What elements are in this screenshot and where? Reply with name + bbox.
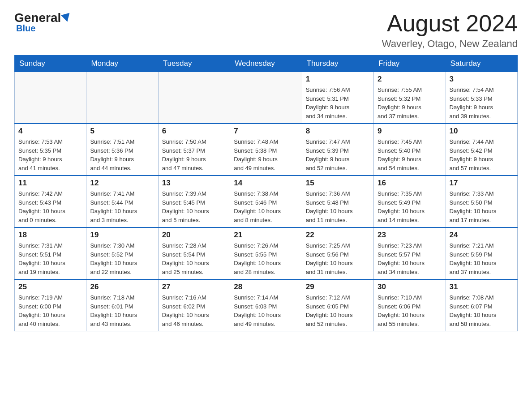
day-number: 5 bbox=[90, 127, 154, 136]
calendar-cell: 18Sunrise: 7:31 AMSunset: 5:51 PMDayligh… bbox=[15, 227, 86, 279]
day-info: Sunrise: 7:36 AMSunset: 5:48 PMDaylight:… bbox=[306, 189, 370, 224]
day-info: Sunrise: 7:45 AMSunset: 5:40 PMDaylight:… bbox=[378, 137, 442, 172]
calendar-cell bbox=[15, 72, 86, 124]
weekday-header-wednesday: Wednesday bbox=[230, 56, 302, 72]
day-info: Sunrise: 7:08 AMSunset: 6:07 PMDaylight:… bbox=[450, 293, 514, 328]
day-number: 17 bbox=[450, 179, 514, 188]
day-info: Sunrise: 7:38 AMSunset: 5:46 PMDaylight:… bbox=[234, 189, 298, 224]
calendar-cell: 27Sunrise: 7:16 AMSunset: 6:02 PMDayligh… bbox=[158, 279, 230, 331]
calendar-cell: 4Sunrise: 7:53 AMSunset: 5:35 PMDaylight… bbox=[15, 124, 86, 176]
calendar-week-3: 11Sunrise: 7:42 AMSunset: 5:43 PMDayligh… bbox=[15, 176, 518, 227]
day-number: 25 bbox=[18, 283, 82, 291]
calendar-cell bbox=[230, 72, 302, 124]
calendar-week-1: 1Sunrise: 7:56 AMSunset: 5:31 PMDaylight… bbox=[15, 72, 518, 124]
calendar-week-4: 18Sunrise: 7:31 AMSunset: 5:51 PMDayligh… bbox=[15, 227, 518, 279]
calendar-cell: 8Sunrise: 7:47 AMSunset: 5:39 PMDaylight… bbox=[302, 124, 373, 176]
day-number: 1 bbox=[306, 75, 370, 84]
calendar-week-5: 25Sunrise: 7:19 AMSunset: 6:00 PMDayligh… bbox=[15, 279, 518, 331]
calendar-cell: 21Sunrise: 7:26 AMSunset: 5:55 PMDayligh… bbox=[230, 227, 302, 279]
calendar-cell: 30Sunrise: 7:10 AMSunset: 6:06 PMDayligh… bbox=[374, 279, 446, 331]
day-number: 22 bbox=[306, 231, 370, 240]
day-info: Sunrise: 7:39 AMSunset: 5:45 PMDaylight:… bbox=[162, 189, 226, 224]
calendar-cell: 15Sunrise: 7:36 AMSunset: 5:48 PMDayligh… bbox=[302, 176, 373, 227]
calendar-cell: 23Sunrise: 7:23 AMSunset: 5:57 PMDayligh… bbox=[374, 227, 446, 279]
day-number: 8 bbox=[306, 127, 370, 136]
day-number: 16 bbox=[378, 179, 442, 188]
calendar-cell: 5Sunrise: 7:51 AMSunset: 5:36 PMDaylight… bbox=[86, 124, 158, 176]
day-info: Sunrise: 7:12 AMSunset: 6:05 PMDaylight:… bbox=[306, 293, 370, 328]
day-info: Sunrise: 7:10 AMSunset: 6:06 PMDaylight:… bbox=[378, 293, 442, 328]
weekday-header-tuesday: Tuesday bbox=[158, 56, 230, 72]
day-info: Sunrise: 7:19 AMSunset: 6:00 PMDaylight:… bbox=[18, 293, 82, 328]
calendar-cell: 25Sunrise: 7:19 AMSunset: 6:00 PMDayligh… bbox=[15, 279, 86, 331]
day-info: Sunrise: 7:56 AMSunset: 5:31 PMDaylight:… bbox=[306, 86, 370, 120]
day-info: Sunrise: 7:14 AMSunset: 6:03 PMDaylight:… bbox=[234, 293, 298, 328]
calendar-cell: 12Sunrise: 7:41 AMSunset: 5:44 PMDayligh… bbox=[86, 176, 158, 227]
calendar-cell: 2Sunrise: 7:55 AMSunset: 5:32 PMDaylight… bbox=[374, 72, 446, 124]
day-info: Sunrise: 7:47 AMSunset: 5:39 PMDaylight:… bbox=[306, 137, 370, 172]
logo: General Blue bbox=[14, 11, 71, 34]
calendar-cell: 26Sunrise: 7:18 AMSunset: 6:01 PMDayligh… bbox=[86, 279, 158, 331]
day-info: Sunrise: 7:18 AMSunset: 6:01 PMDaylight:… bbox=[90, 293, 154, 328]
calendar-cell: 17Sunrise: 7:33 AMSunset: 5:50 PMDayligh… bbox=[446, 176, 517, 227]
calendar-cell bbox=[86, 72, 158, 124]
day-number: 11 bbox=[18, 179, 82, 188]
weekday-header-friday: Friday bbox=[374, 56, 446, 72]
logo-blue-text: Blue bbox=[16, 23, 35, 34]
day-info: Sunrise: 7:28 AMSunset: 5:54 PMDaylight:… bbox=[162, 241, 226, 276]
day-number: 12 bbox=[90, 179, 154, 188]
day-info: Sunrise: 7:51 AMSunset: 5:36 PMDaylight:… bbox=[90, 137, 154, 172]
day-number: 31 bbox=[450, 283, 514, 291]
day-number: 18 bbox=[18, 231, 82, 240]
title-block: August 2024 Waverley, Otago, New Zealand bbox=[382, 11, 518, 50]
day-number: 27 bbox=[162, 283, 226, 291]
page-header: General Blue August 2024 Waverley, Otago… bbox=[14, 11, 518, 50]
day-number: 26 bbox=[90, 283, 154, 291]
day-number: 7 bbox=[234, 127, 298, 136]
calendar-cell: 10Sunrise: 7:44 AMSunset: 5:42 PMDayligh… bbox=[446, 124, 517, 176]
day-number: 23 bbox=[378, 231, 442, 240]
day-number: 15 bbox=[306, 179, 370, 188]
day-number: 3 bbox=[450, 75, 514, 84]
calendar-cell: 29Sunrise: 7:12 AMSunset: 6:05 PMDayligh… bbox=[302, 279, 373, 331]
calendar-cell: 16Sunrise: 7:35 AMSunset: 5:49 PMDayligh… bbox=[374, 176, 446, 227]
day-number: 28 bbox=[234, 283, 298, 291]
day-info: Sunrise: 7:33 AMSunset: 5:50 PMDaylight:… bbox=[450, 189, 514, 224]
calendar-cell: 1Sunrise: 7:56 AMSunset: 5:31 PMDaylight… bbox=[302, 72, 373, 124]
day-info: Sunrise: 7:23 AMSunset: 5:57 PMDaylight:… bbox=[378, 241, 442, 276]
calendar-week-2: 4Sunrise: 7:53 AMSunset: 5:35 PMDaylight… bbox=[15, 124, 518, 176]
calendar-cell: 20Sunrise: 7:28 AMSunset: 5:54 PMDayligh… bbox=[158, 227, 230, 279]
calendar-cell: 9Sunrise: 7:45 AMSunset: 5:40 PMDaylight… bbox=[374, 124, 446, 176]
day-number: 29 bbox=[306, 283, 370, 291]
calendar-cell: 3Sunrise: 7:54 AMSunset: 5:33 PMDaylight… bbox=[446, 72, 517, 124]
day-number: 10 bbox=[450, 127, 514, 136]
day-info: Sunrise: 7:35 AMSunset: 5:49 PMDaylight:… bbox=[378, 189, 442, 224]
day-info: Sunrise: 7:25 AMSunset: 5:56 PMDaylight:… bbox=[306, 241, 370, 276]
day-number: 24 bbox=[450, 231, 514, 240]
month-title: August 2024 bbox=[382, 11, 518, 36]
logo-triangle-icon bbox=[61, 13, 72, 23]
day-info: Sunrise: 7:30 AMSunset: 5:52 PMDaylight:… bbox=[90, 241, 154, 276]
day-number: 20 bbox=[162, 231, 226, 240]
day-info: Sunrise: 7:53 AMSunset: 5:35 PMDaylight:… bbox=[18, 137, 82, 172]
day-number: 14 bbox=[234, 179, 298, 188]
day-info: Sunrise: 7:42 AMSunset: 5:43 PMDaylight:… bbox=[18, 189, 82, 224]
day-number: 2 bbox=[378, 75, 442, 84]
day-number: 30 bbox=[378, 283, 442, 291]
day-info: Sunrise: 7:21 AMSunset: 5:59 PMDaylight:… bbox=[450, 241, 514, 276]
calendar-cell: 22Sunrise: 7:25 AMSunset: 5:56 PMDayligh… bbox=[302, 227, 373, 279]
calendar-cell: 7Sunrise: 7:48 AMSunset: 5:38 PMDaylight… bbox=[230, 124, 302, 176]
weekday-header-monday: Monday bbox=[86, 56, 158, 72]
calendar-cell: 13Sunrise: 7:39 AMSunset: 5:45 PMDayligh… bbox=[158, 176, 230, 227]
calendar-cell: 24Sunrise: 7:21 AMSunset: 5:59 PMDayligh… bbox=[446, 227, 517, 279]
weekday-header-saturday: Saturday bbox=[446, 56, 517, 72]
location-text: Waverley, Otago, New Zealand bbox=[382, 38, 518, 50]
day-info: Sunrise: 7:16 AMSunset: 6:02 PMDaylight:… bbox=[162, 293, 226, 328]
weekday-header-row: SundayMondayTuesdayWednesdayThursdayFrid… bbox=[15, 56, 518, 72]
calendar-cell: 14Sunrise: 7:38 AMSunset: 5:46 PMDayligh… bbox=[230, 176, 302, 227]
weekday-header-thursday: Thursday bbox=[302, 56, 373, 72]
day-number: 19 bbox=[90, 231, 154, 240]
day-number: 21 bbox=[234, 231, 298, 240]
day-number: 9 bbox=[378, 127, 442, 136]
day-info: Sunrise: 7:44 AMSunset: 5:42 PMDaylight:… bbox=[450, 137, 514, 172]
